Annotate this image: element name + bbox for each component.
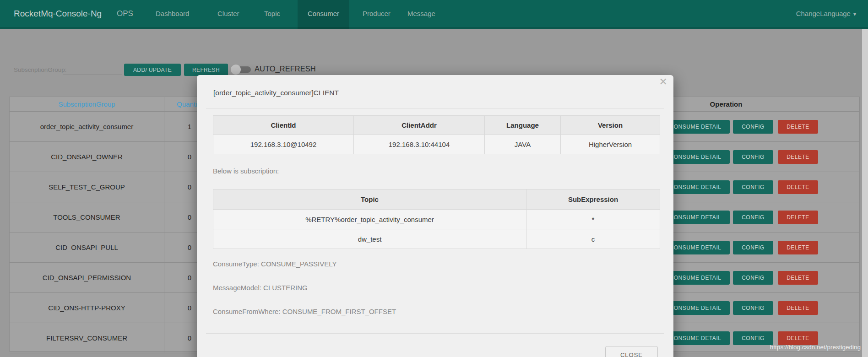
- row-subscription-group: TOOLS_CONSUMER: [10, 202, 164, 232]
- row-operations: CONSUME DETAIL CONFIG DELETE: [661, 142, 818, 172]
- nav-item-producer[interactable]: Producer: [363, 0, 391, 27]
- subscription-section-label: Below is subscription:: [213, 167, 279, 175]
- consume-from-where-label: ConsumeFromWhere: CONSUME_FROM_FIRST_OFF…: [213, 308, 396, 315]
- delete-button[interactable]: DELETE: [778, 180, 818, 194]
- nav-item-consumer[interactable]: Consumer: [298, 0, 349, 29]
- subscription-group-input[interactable]: [63, 65, 122, 75]
- message-model-label: MessageModel: CLUSTERING: [213, 284, 308, 292]
- nav-item-topic[interactable]: Topic: [264, 0, 280, 27]
- row-operations: CONSUME DETAIL CONFIG DELETE: [661, 112, 818, 141]
- table-cell: dw_test: [213, 229, 526, 249]
- subscription-group-label: SubscriptionGroup:: [14, 66, 67, 73]
- nav-item-dashboard[interactable]: Dashboard: [156, 0, 189, 27]
- table-cell: c: [526, 229, 660, 249]
- change-language-dropdown[interactable]: ChangeLanguage▾: [796, 0, 856, 28]
- add-update-button[interactable]: ADD/ UPDATE: [124, 64, 181, 76]
- close-icon[interactable]: ✕: [659, 76, 667, 88]
- consume-type-label: ConsumeType: CONSUME_PASSIVELY: [213, 260, 336, 268]
- delete-button[interactable]: DELETE: [778, 120, 818, 134]
- divider: [206, 108, 664, 108]
- table-cell: 192.168.3.10:44104: [354, 135, 485, 154]
- column-header: ClientAddr: [354, 116, 485, 135]
- row-subscription-group: CID_ONSAPI_PERMISSION: [10, 263, 164, 292]
- column-header: Version: [561, 116, 660, 135]
- delete-button[interactable]: DELETE: [778, 150, 818, 164]
- chevron-down-icon: ▾: [853, 0, 856, 28]
- change-language-label: ChangeLanguage: [796, 10, 851, 17]
- table-cell: 192.168.3.10@10492: [213, 135, 354, 154]
- delete-button[interactable]: DELETE: [778, 331, 818, 345]
- client-info-table: ClientIdClientAddrLanguageVersion192.168…: [213, 115, 660, 154]
- config-button[interactable]: CONFIG: [733, 241, 773, 254]
- close-button[interactable]: CLOSE: [605, 346, 658, 357]
- config-button[interactable]: CONFIG: [733, 301, 773, 315]
- app-brand[interactable]: RocketMq-Console-Ng: [14, 0, 102, 27]
- row-operations: CONSUME DETAIL CONFIG DELETE: [661, 202, 818, 232]
- divider: [206, 333, 664, 334]
- auto-refresh-label: AUTO_REFRESH: [255, 65, 316, 73]
- row-subscription-group: SELF_TEST_C_GROUP: [10, 172, 164, 202]
- nav-item-message[interactable]: Message: [407, 0, 435, 27]
- config-button[interactable]: CONFIG: [733, 120, 773, 134]
- row-operations: CONSUME DETAIL CONFIG DELETE: [661, 263, 818, 292]
- row-subscription-group: CID_ONS-HTTP-PROXY: [10, 293, 164, 323]
- toggle-knob-icon: [231, 65, 241, 75]
- vertical-scrollbar[interactable]: [862, 29, 868, 357]
- row-subscription-group: CID_ONSAPI_PULL: [10, 233, 164, 262]
- config-button[interactable]: CONFIG: [733, 271, 773, 285]
- modal-title: [order_topic_activity_consumer]CLIENT: [213, 89, 339, 97]
- row-subscription-group: order_topic_activity_consumer: [10, 112, 164, 141]
- row-subscription-group: CID_ONSAPI_OWNER: [10, 142, 164, 172]
- auto-refresh-toggle[interactable]: [231, 64, 252, 75]
- client-detail-modal: ✕ [order_topic_activity_consumer]CLIENT …: [197, 75, 673, 357]
- watermark-text: https://blog.csdn.net/prestigeding: [770, 344, 861, 351]
- column-header-operation: Operation: [660, 97, 792, 112]
- table-cell: *: [526, 210, 660, 229]
- row-operations: CONSUME DETAIL CONFIG DELETE: [661, 293, 818, 323]
- row-subscription-group: FILTERSRV_CONSUMER: [10, 323, 164, 353]
- config-button[interactable]: CONFIG: [733, 331, 773, 345]
- navbar: RocketMq-Console-Ng OPSDashboardClusterT…: [0, 0, 868, 29]
- table-cell: %RETRY%order_topic_activity_consumer: [213, 210, 526, 229]
- refresh-button[interactable]: REFRESH: [184, 64, 228, 76]
- column-header: Language: [485, 116, 561, 135]
- column-header-subscription-group[interactable]: SubscriptionGroup: [10, 97, 164, 112]
- delete-button[interactable]: DELETE: [778, 271, 818, 285]
- row-operations: CONSUME DETAIL CONFIG DELETE: [661, 172, 818, 202]
- delete-button[interactable]: DELETE: [778, 301, 818, 315]
- delete-button[interactable]: DELETE: [778, 211, 818, 224]
- nav-item-ops[interactable]: OPS: [117, 0, 133, 27]
- config-button[interactable]: CONFIG: [733, 180, 773, 194]
- row-operations: CONSUME DETAIL CONFIG DELETE: [661, 233, 818, 262]
- nav-item-cluster[interactable]: Cluster: [217, 0, 239, 27]
- table-cell: HigherVersion: [561, 135, 660, 154]
- column-header: SubExpression: [526, 189, 660, 210]
- config-button[interactable]: CONFIG: [733, 211, 773, 224]
- config-button[interactable]: CONFIG: [733, 150, 773, 164]
- subscription-table: TopicSubExpression%RETRY%order_topic_act…: [213, 189, 660, 249]
- table-cell: JAVA: [485, 135, 561, 154]
- column-header: Topic: [213, 189, 526, 210]
- delete-button[interactable]: DELETE: [778, 241, 818, 254]
- column-header: ClientId: [213, 116, 354, 135]
